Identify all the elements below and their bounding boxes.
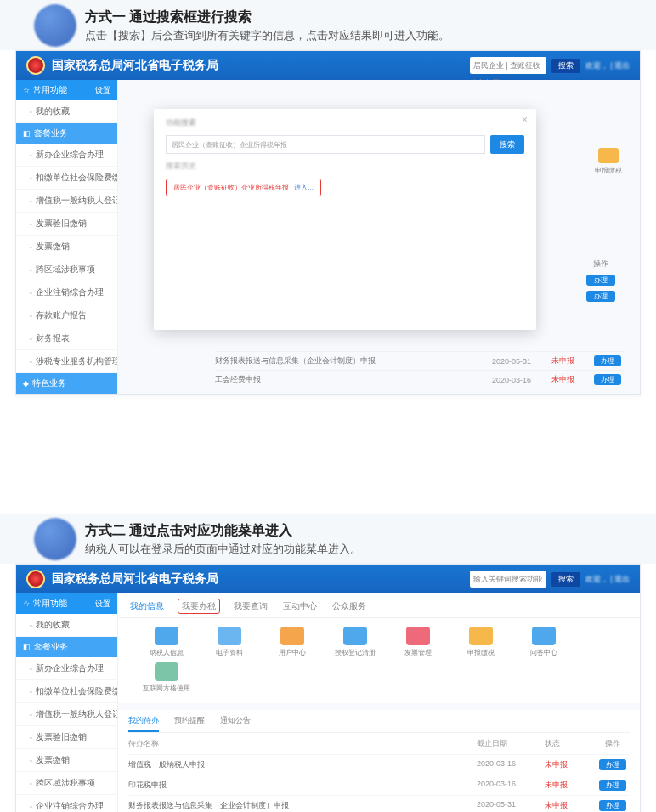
feature-icon-label: 授权登记清册 [335, 648, 376, 657]
feature-icon[interactable]: 发票管理 [387, 627, 450, 657]
modal-search-button[interactable]: 搜索 [490, 135, 524, 154]
action-btn[interactable]: 办理 [586, 275, 615, 286]
sidebar-heading-favorites[interactable]: ☆ 常用功能 设置 [16, 80, 117, 100]
top-user-area[interactable]: 欢迎， | 退出 [585, 60, 630, 71]
sidebar-item[interactable]: 发票验旧缴销 [16, 213, 117, 236]
table-row: 财务报表报送与信息采集（企业会计制度）申报2020-05-31未申报办理 [215, 351, 625, 370]
row-action-button[interactable]: 办理 [594, 374, 621, 385]
tax-emblem-icon [26, 56, 45, 75]
tag-icon: ◆ [23, 379, 29, 388]
row-action-button[interactable]: 办理 [599, 759, 626, 770]
sidebar-item[interactable]: 发票缴销 [16, 749, 117, 772]
table-tab[interactable]: 我的待办 [128, 715, 159, 732]
modal-history-label: 搜索历史 [166, 161, 524, 172]
section-method-1: 方式一 通过搜索框进行搜索 点击【搜索】后会查询到所有关键字的信息，点击对应结果… [0, 0, 656, 420]
sidebar-item[interactable]: 跨区域涉税事项 [16, 772, 117, 795]
topbar-right: 输入关键词搜索功能 搜索 欢迎， | 退出 [470, 571, 630, 588]
star-icon: ☆ [23, 599, 30, 608]
cube-icon: ◧ [23, 643, 31, 651]
sidebar-item[interactable]: 发票验旧缴销 [16, 726, 117, 749]
sidebar-item[interactable]: 新办企业综合办理 [16, 657, 117, 680]
app-window-1: 国家税务总局河北省电子税务局 居民企业 | 查账征收 | 企业所... 搜索 欢… [15, 50, 641, 395]
sidebar-item[interactable]: 企业注销综合办理 [16, 795, 117, 812]
feature-icon[interactable]: 互联网方格使用 [135, 662, 198, 693]
table-row: 工会经费申报2020-03-16未申报办理 [215, 370, 625, 389]
sidebar-item[interactable]: 增值税一般纳税人登记 [16, 190, 117, 213]
row-action-button[interactable]: 办理 [594, 355, 621, 366]
main-tabs: 我的信息我要办税我要查询互动中心公众服务 [118, 593, 640, 618]
table-tabs: 我的待办预约提醒通知公告 [128, 715, 630, 733]
row-action-button[interactable]: 办理 [599, 800, 626, 811]
main-tab[interactable]: 公众服务 [331, 600, 368, 617]
th-name: 待办名称 [128, 738, 477, 749]
table-tab[interactable]: 通知公告 [220, 715, 251, 732]
sidebar-item[interactable]: 扣缴单位社会保险费缴 [16, 680, 117, 703]
main-tab[interactable]: 互动中心 [281, 600, 319, 617]
feature-icon-label: 发票管理 [404, 648, 432, 657]
right-shortcut[interactable]: 申报缴税 [594, 148, 623, 175]
sidebar-item[interactable]: 跨区域涉税事项 [16, 258, 117, 281]
sidebar-heading-favorites[interactable]: ☆ 常用功能 设置 [16, 593, 117, 614]
sidebar-heading-package[interactable]: ◧ 套餐业务 [16, 637, 117, 657]
bottom-table: 财务报表报送与信息采集（企业会计制度）申报2020-05-31未申报办理工会经费… [215, 351, 625, 389]
feature-icon-graphic [280, 627, 304, 645]
search-result-chip[interactable]: 居民企业（查账征收）企业所得税年报 进入... [166, 179, 321, 196]
sidebar-heading-special[interactable]: ◆ 特色业务 [16, 373, 117, 394]
feature-icon[interactable]: 问答中心 [512, 627, 575, 657]
app-title: 国家税务总局河北省电子税务局 [52, 58, 218, 73]
feature-icon-label: 电子资料 [216, 648, 243, 657]
sidebar-item[interactable]: 新办企业综合办理 [16, 144, 117, 167]
sidebar-item[interactable]: 增值税一般纳税人登记 [16, 703, 117, 726]
top-search-button[interactable]: 搜索 [551, 59, 580, 73]
feature-icon[interactable]: 纳税人信息 [135, 627, 198, 657]
main-tab[interactable]: 我的信息 [128, 600, 166, 617]
app-body: ☆ 常用功能 设置 我的收藏 ◧ 套餐业务 新办企业综合办理扣缴单位社会保险费缴… [16, 593, 640, 812]
modal-search-input[interactable]: 居民企业（查账征收）企业所得税年报 [166, 135, 485, 154]
top-user-area[interactable]: 欢迎， | 退出 [585, 574, 630, 585]
main-tab[interactable]: 我要办税 [178, 599, 220, 614]
feature-icon[interactable]: 电子资料 [198, 627, 261, 657]
app-window-2: 国家税务总局河北省电子税务局 输入关键词搜索功能 搜索 欢迎， | 退出 ☆ 常… [15, 564, 641, 812]
sidebar-list: 新办企业综合办理扣缴单位社会保险费缴增值税一般纳税人登记发票验旧缴销发票缴销跨区… [16, 657, 117, 812]
cell-date: 2020-05-31 [477, 800, 545, 811]
sidebar-item[interactable]: 财务报表 [16, 327, 117, 350]
top-search-button[interactable]: 搜索 [551, 572, 580, 587]
sidebar-heading-package[interactable]: ◧ 套餐业务 [16, 123, 117, 144]
top-search-input[interactable]: 居民企业 | 查账征收 | 企业所... [470, 57, 546, 74]
top-search-input[interactable]: 输入关键词搜索功能 [470, 571, 546, 588]
sidebar-list: 新办企业综合办理扣缴单位社会保险费缴增值税一般纳税人登记发票验旧缴销发票缴销跨区… [16, 144, 117, 373]
todo-table: 我的待办预约提醒通知公告 待办名称 截止日期 状态 操作 增值税一般纳税人申报2… [118, 710, 640, 812]
table-tab[interactable]: 预约提醒 [174, 715, 205, 732]
sidebar-item[interactable]: 涉税专业服务机构管理表 [16, 350, 117, 373]
main-area-2: 我的信息我要办税我要查询互动中心公众服务 纳税人信息电子资料用户中心授权登记清册… [118, 593, 640, 812]
cell-name: 增值税一般纳税人申报 [128, 759, 477, 770]
action-btn[interactable]: 办理 [586, 291, 615, 302]
row-action-button[interactable]: 办理 [599, 780, 626, 791]
sidebar-item[interactable]: 存款账户报告 [16, 304, 117, 327]
modal-title: 功能搜索 [166, 117, 524, 128]
sidebar-item-fav[interactable]: 我的收藏 [16, 614, 117, 637]
feature-icon[interactable]: 授权登记清册 [324, 627, 387, 657]
cell-name: 印花税申报 [128, 780, 477, 791]
feature-icon[interactable]: 申报缴税 [450, 627, 512, 657]
cell-name: 工会经费申报 [215, 374, 492, 385]
sidebar-heading1-label: 常用功能 [33, 598, 67, 610]
close-icon[interactable]: × [522, 114, 528, 126]
feature-icon-graphic [532, 627, 556, 645]
feature-icon-graphic [343, 627, 367, 645]
sidebar-item[interactable]: 发票缴销 [16, 236, 117, 258]
sidebar-item-fav[interactable]: 我的收藏 [16, 100, 117, 123]
cell-name: 财务报表报送与信息采集（企业会计制度）申报 [215, 355, 492, 366]
feature-icon[interactable]: 用户中心 [261, 627, 324, 657]
cube-icon: ◧ [23, 129, 31, 138]
tax-file-icon [598, 148, 619, 163]
sidebar-item[interactable]: 企业注销综合办理 [16, 281, 117, 304]
decor-bubble [34, 4, 76, 47]
cell-status: 未申报 [545, 759, 596, 770]
sidebar-heading1-badge: 设置 [95, 599, 110, 610]
cell-date: 2020-03-16 [477, 759, 545, 770]
sidebar-item[interactable]: 扣缴单位社会保险费缴 [16, 167, 117, 190]
main-tab[interactable]: 我要查询 [232, 600, 269, 617]
right-action-column: 操作 办理 办理 [577, 258, 625, 307]
section-method-2: 方式二 通过点击对应功能菜单进入 纳税人可以在登录后的页面中通过对应的功能菜单进… [0, 514, 656, 812]
